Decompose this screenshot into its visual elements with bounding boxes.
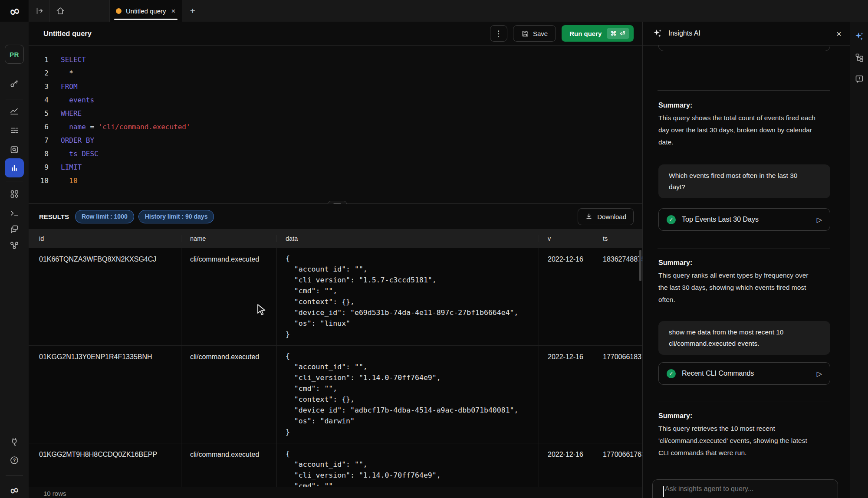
row-limit-badge[interactable]: Row limit : 1000 [75,210,134,223]
cell-id: 01KGG2N1J3Y0ENP1R4F1335BNH [29,346,181,443]
webhook-icon [10,240,19,250]
run-query-shortcut: ⌘ ⏎ [607,28,629,39]
code-line: 10 10 [29,174,642,187]
insights-panel: Insights AI × Summary: This query shows … [642,22,850,498]
help-icon: ? [10,455,19,465]
tab-feedback[interactable] [850,70,868,88]
cell-name: cli/command.executed [181,248,276,345]
sidebar-divider [6,99,23,99]
table-row[interactable]: 01K66TQNZA3WFBQ8XN2KXSG4CJ cli/command.e… [29,248,642,346]
sidebar-item-keys[interactable] [0,74,29,93]
insights-scroll-area: Summary: This query shows the total coun… [643,46,850,498]
download-button[interactable]: Download [578,208,634,225]
mouse-cursor [257,304,268,317]
tab-untitled-query[interactable]: Untitled query × [109,0,182,22]
run-query-button[interactable]: Run query ⌘ ⏎ [562,25,634,42]
run-play-icon[interactable]: ▷ [817,216,822,224]
sidebar-item-webhooks[interactable] [0,236,29,255]
summary-text: This query shows the total count of even… [658,112,832,148]
tab-label: Untitled query [126,7,166,15]
insights-close-icon[interactable]: × [836,29,842,38]
ask-agent-input-box[interactable]: ↑ [652,479,838,498]
app-window: ∞ Untitled query × + PR [0,0,868,498]
apps-grid-icon [10,189,19,199]
tab-close-icon[interactable]: × [171,7,176,15]
sidebar-item-events-list[interactable] [0,121,29,140]
table-row[interactable]: 01KGG2MT9H8H8CCDQ0ZK16BEPP cli/command.e… [29,443,642,487]
sidebar-item-insights-active[interactable] [5,158,24,177]
help-button[interactable]: ? [0,451,29,470]
new-tab-button[interactable]: + [183,0,203,22]
code-line: 6 name = 'cli/command.executed' [29,120,642,134]
user-question-bubble: Which events fired most often in the las… [658,164,830,198]
cell-v: 2022-12-16 [539,443,594,487]
infinity-logo-icon: ∞ [7,2,22,20]
tab-schema-tree[interactable] [850,49,868,66]
search-box-icon [10,145,19,154]
sidebar-item-explore[interactable] [0,140,29,159]
cell-v: 2022-12-16 [539,248,594,345]
saved-query-card-top-events[interactable]: ✓ Top Events Last 30 Days ▷ [658,208,830,231]
sidebar-divider [6,181,23,181]
user-question-bubble: show me data from the most recent 10 cli… [658,321,830,355]
brand-logo-bottom: ∞ [0,481,29,498]
sparkles-icon [652,28,663,39]
sidebar-divider [6,475,23,476]
tab-insights-ai[interactable] [850,28,868,45]
column-header-data[interactable]: data [276,235,539,242]
bar-chart-icon [10,163,19,173]
sidebar-expand-button[interactable] [29,0,50,22]
code-line: 8 ts DESC [29,147,642,161]
ask-agent-input[interactable] [664,484,826,498]
sidebar-item-apps[interactable] [0,184,29,203]
save-button[interactable]: Save [513,25,556,42]
cell-id: 01K66TQNZA3WFBQ8XN2KXSG4CJ [29,248,181,345]
cell-name: cli/command.executed [181,443,276,487]
summary-label: Summary: [658,102,692,109]
more-options-button[interactable]: ⋮ [490,25,507,42]
saved-query-card-recent-cli[interactable]: ✓ Recent CLI Commands ▷ [658,362,830,385]
code-line: 9LIMIT [29,161,642,174]
code-line: 7ORDER BY [29,134,642,147]
insights-title: Insights AI [668,29,700,37]
cell-name: cli/command.executed [181,346,276,443]
feedback-icon [855,74,864,84]
tab-bar: ∞ Untitled query × + [0,0,868,22]
cell-ts: 1836274887529 [594,248,642,345]
cell-ts: 1770066183747 [594,346,642,443]
column-header-ts[interactable]: ts [594,235,642,242]
terminal-icon [10,208,19,218]
home-button[interactable] [49,0,71,22]
right-sidebar [850,22,868,498]
summary-text: This query ranks all event types by freq… [658,269,832,306]
cell-data: { "account_id": "", "cli_version": "1.14… [276,346,539,443]
column-header-v[interactable]: v [539,235,594,242]
home-icon [56,6,65,16]
sql-editor[interactable]: 1SELECT 2 * 3FROM 4 events 5WHERE 6 name… [29,46,642,203]
results-toolbar: RESULTS Row limit : 1000 History limit :… [29,204,642,229]
history-limit-badge[interactable]: History limit : 90 days [138,210,214,223]
previous-card-partial [658,46,830,51]
run-play-icon[interactable]: ▷ [817,370,822,378]
table-scrollbar[interactable] [639,250,641,281]
column-header-id[interactable]: id [29,235,181,242]
workspace-badge[interactable]: PR [5,45,24,64]
section-divider [658,249,830,249]
section-divider [658,90,830,91]
check-circle-icon: ✓ [667,215,676,224]
insights-header: Insights AI × [643,22,850,46]
page-title: Untitled query [43,29,92,38]
check-circle-icon: ✓ [667,369,676,378]
row-count: 10 rows [43,490,66,497]
results-table: id name data v ts 01K66TQNZA3WFBQ8XN2KXS… [29,229,642,487]
infinity-logo-icon: ∞ [8,483,20,498]
sidebar-item-integrations[interactable] [0,432,29,451]
filter-list-icon [10,125,19,135]
line-chart-icon [10,106,19,115]
column-header-name[interactable]: name [181,235,276,242]
code-line: 4 events [29,93,642,107]
sidebar-item-metrics[interactable] [0,101,29,120]
cell-data: { "account_id": "", "cli_version": "1.14… [276,443,539,487]
sparkles-icon [854,31,865,42]
table-row[interactable]: 01KGG2N1J3Y0ENP1R4F1335BNH cli/command.e… [29,346,642,443]
